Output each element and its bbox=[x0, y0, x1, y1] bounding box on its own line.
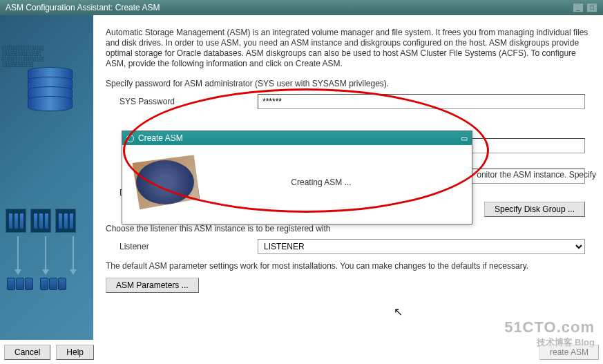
maximize-button[interactable]: □ bbox=[586, 3, 597, 12]
create-asm-dialog: Create ASM ▭ Creating ASM ... bbox=[122, 131, 472, 224]
database-cylinder-icon bbox=[28, 67, 73, 108]
sys-password-label: SYS Password bbox=[106, 97, 258, 106]
asm-parameters-button[interactable]: ASM Parameters ... bbox=[106, 278, 199, 293]
window-controls: _ □ bbox=[573, 3, 597, 12]
wizard-footer: Cancel Help reate ASM bbox=[4, 345, 599, 360]
listener-prompt: Choose the listener this ASM instance is… bbox=[106, 224, 591, 233]
dialog-app-icon bbox=[126, 135, 134, 142]
asmsnmp-note-fragment: onitor the ASM instance. Specify bbox=[477, 170, 596, 180]
listener-label: Listener bbox=[106, 242, 258, 251]
dialog-title: Create ASM bbox=[138, 133, 183, 143]
help-button[interactable]: Help bbox=[56, 345, 94, 360]
intro-text: Automatic Storage Management (ASM) is an… bbox=[106, 28, 591, 69]
dialog-message: Creating ASM ... bbox=[220, 178, 463, 187]
small-racks-icon bbox=[7, 278, 66, 290]
minimize-button[interactable]: _ bbox=[573, 3, 584, 12]
sys-password-input[interactable] bbox=[258, 94, 585, 109]
window-titlebar: ASM Configuration Assistant: Create ASM … bbox=[0, 0, 603, 15]
wizard-sidebar: 0101010101010101101010101010101010101010… bbox=[0, 15, 93, 340]
create-asm-button[interactable]: reate ASM bbox=[539, 345, 599, 360]
dialog-window-icon[interactable]: ▭ bbox=[461, 134, 468, 143]
window-title: ASM Configuration Assistant: Create ASM bbox=[6, 3, 160, 12]
decorative-binary: 0101010101010101101010101010101010101010… bbox=[1, 46, 44, 68]
defaults-note: The default ASM parameter settings work … bbox=[106, 261, 591, 271]
dialog-titlebar: Create ASM ▭ bbox=[122, 131, 472, 145]
specify-disk-group-button[interactable]: Specify Disk Group ... bbox=[484, 202, 585, 217]
listener-select[interactable]: LISTENER bbox=[258, 239, 585, 254]
password-prompt: Specify password for ASM administrator (… bbox=[106, 79, 591, 88]
processing-gear-icon bbox=[131, 155, 200, 210]
storage-racks-icon bbox=[6, 209, 76, 233]
cancel-button[interactable]: Cancel bbox=[4, 345, 50, 360]
